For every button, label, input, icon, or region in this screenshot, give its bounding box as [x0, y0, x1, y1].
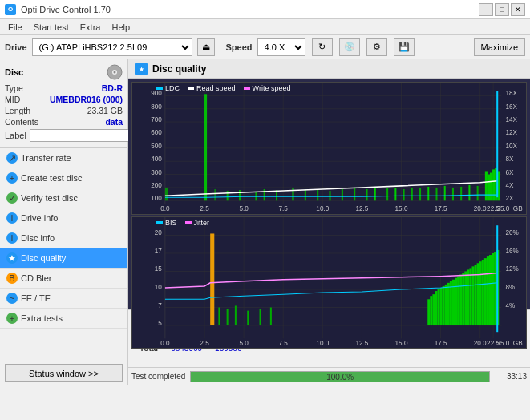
svg-rect-152 [464, 271, 467, 325]
ldc-color [156, 87, 163, 90]
svg-rect-60 [255, 192, 257, 200]
close-button[interactable]: ✕ [511, 3, 525, 16]
minimize-button[interactable]: — [479, 3, 493, 16]
nav-disc-info[interactable]: i Disc info [0, 228, 127, 248]
svg-text:10: 10 [155, 284, 163, 291]
nav-create-test-disc-label: Create test disc [21, 173, 82, 183]
menu-file[interactable]: File [3, 22, 27, 33]
disc-contents-row: Contents data [5, 117, 123, 127]
label-label: Label [5, 131, 26, 140]
svg-rect-76 [427, 187, 429, 200]
svg-text:4X: 4X [505, 182, 514, 189]
svg-text:6X: 6X [505, 169, 514, 176]
svg-rect-150 [459, 274, 462, 325]
svg-rect-73 [403, 189, 405, 200]
menu-start-test[interactable]: Start test [29, 22, 74, 33]
maximize-window-button[interactable]: Maximize [474, 38, 525, 56]
svg-text:15.0: 15.0 [395, 205, 408, 212]
svg-text:10X: 10X [505, 143, 517, 150]
svg-rect-160 [484, 258, 487, 325]
svg-rect-151 [462, 273, 464, 325]
drive-label: Drive [5, 42, 27, 52]
svg-text:400: 400 [151, 155, 162, 163]
main-layout: Disc Type BD-R MID UMEBDR016 (000) Lengt… [0, 59, 530, 385]
disc-button[interactable]: 💿 [339, 38, 360, 56]
mid-label: MID [5, 95, 20, 104]
svg-rect-72 [394, 188, 396, 200]
svg-text:20%: 20% [505, 229, 518, 236]
svg-text:25.0: 25.0 [496, 205, 509, 212]
svg-rect-159 [482, 260, 484, 325]
svg-rect-75 [419, 188, 421, 200]
maximize-button[interactable]: □ [495, 3, 509, 16]
disc-mid-row: MID UMEBDR016 (000) [5, 95, 123, 104]
speed-select[interactable]: 4.0 X [257, 38, 305, 56]
svg-rect-85 [490, 173, 492, 201]
nav-disc-info-label: Disc info [21, 233, 55, 243]
legend-bis-label: BIS [165, 219, 177, 227]
refresh-button[interactable]: ↻ [312, 38, 333, 56]
nav-transfer-rate-label: Transfer rate [21, 153, 71, 163]
chart-bottom-svg: 20 17 15 10 7 5 20% 16% 12% 8% 4% 0.0 2.… [132, 217, 526, 349]
legend-read-speed-label: Read speed [196, 84, 236, 92]
nav-verify-test-disc[interactable]: ✓ Verify test disc [0, 188, 127, 208]
svg-rect-136 [270, 307, 272, 325]
nav-disc-quality-icon: ★ [6, 252, 18, 264]
nav-disc-info-icon: i [6, 232, 18, 244]
svg-rect-133 [235, 305, 237, 325]
nav-create-test-disc[interactable]: + Create test disc [0, 168, 127, 188]
status-window-button[interactable]: Status window >> [5, 364, 123, 382]
svg-text:20: 20 [155, 229, 163, 236]
svg-text:300: 300 [151, 169, 162, 176]
svg-text:17: 17 [155, 248, 163, 255]
svg-rect-143 [443, 286, 445, 325]
svg-rect-81 [468, 185, 470, 200]
nav-cd-bler-icon: B [6, 273, 18, 284]
drivebar: Drive (G:) ATAPI iHBS212 2.5L09 ⏏ Speed … [0, 35, 530, 59]
label-input[interactable] [30, 129, 133, 142]
svg-rect-59 [239, 190, 241, 200]
legend-write-speed-label: Write speed [253, 84, 291, 92]
svg-text:16%: 16% [505, 248, 518, 255]
svg-text:700: 700 [151, 116, 162, 123]
drive-select[interactable]: (G:) ATAPI iHBS212 2.5L09 [32, 38, 192, 56]
svg-text:GB: GB [513, 339, 523, 346]
svg-rect-153 [467, 269, 469, 325]
nav-drive-info[interactable]: i Drive info [0, 208, 127, 228]
svg-text:8%: 8% [505, 284, 515, 291]
nav-extra-tests-icon: + [6, 313, 18, 324]
length-value: 23.31 GB [87, 106, 123, 115]
save-button[interactable]: 💾 [394, 38, 415, 56]
svg-point-2 [114, 71, 116, 74]
svg-text:15: 15 [155, 265, 163, 273]
svg-rect-63 [292, 188, 293, 200]
svg-rect-69 [366, 189, 368, 200]
menu-help[interactable]: Help [107, 22, 135, 33]
nav-fe-te[interactable]: ~ FE / TE [0, 289, 127, 309]
svg-text:25.0: 25.0 [496, 339, 509, 346]
svg-text:7: 7 [158, 301, 162, 309]
nav-extra-tests[interactable]: + Extra tests [0, 309, 127, 329]
sidebar: Disc Type BD-R MID UMEBDR016 (000) Lengt… [0, 59, 128, 385]
svg-text:18X: 18X [505, 90, 517, 97]
disc-panel: Disc Type BD-R MID UMEBDR016 (000) Lengt… [0, 59, 127, 148]
nav-transfer-rate[interactable]: ↗ Transfer rate [0, 148, 127, 168]
disc-header: Disc [5, 64, 123, 80]
svg-rect-65 [317, 190, 318, 200]
legend-write-speed: Write speed [244, 84, 291, 92]
legend-ldc: LDC [156, 84, 180, 92]
svg-text:5: 5 [158, 320, 162, 327]
nav-disc-quality[interactable]: ★ Disc quality [0, 248, 127, 269]
status-label: Test completed [131, 372, 185, 381]
nav-verify-test-disc-label: Verify test disc [21, 193, 78, 203]
titlebar: O Opti Drive Control 1.70 — □ ✕ [0, 0, 530, 19]
mid-value: UMEBDR016 (000) [50, 95, 123, 104]
nav-cd-bler[interactable]: B CD Bler [0, 269, 127, 289]
svg-rect-130 [210, 233, 214, 325]
eject-button[interactable]: ⏏ [197, 38, 215, 56]
menu-extra[interactable]: Extra [75, 22, 106, 33]
svg-text:14X: 14X [505, 116, 517, 123]
titlebar-left: O Opti Drive Control 1.70 [5, 4, 111, 15]
settings-button[interactable]: ⚙ [366, 38, 387, 56]
jitter-color [185, 221, 192, 224]
